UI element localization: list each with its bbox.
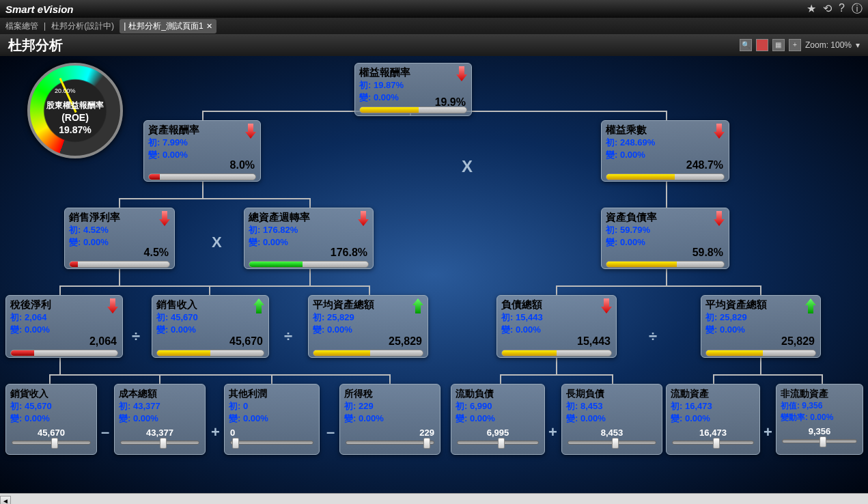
op-divide: ÷ — [649, 328, 657, 346]
op-divide: ÷ — [132, 328, 140, 346]
node-avgta[interactable]: 平均資產總額 初: 25,829 變: 0.00% 25,829 — [308, 295, 428, 358]
node-title: 負債總額 — [501, 298, 542, 311]
gauge-text: 股東權益報酬率 (ROE) 19.87% — [27, 100, 123, 136]
op-multiply: X — [212, 234, 222, 251]
node-title: 銷售收入 — [156, 298, 197, 311]
breadcrumb-tab-active[interactable]: | 杜邦分析_測試頁面1 ✕ — [120, 19, 216, 33]
op-minus: – — [101, 423, 109, 441]
node-title: 平均資產總額 — [313, 298, 374, 311]
horizontal-scrollbar[interactable]: ◄ — [0, 493, 868, 504]
slider[interactable] — [457, 440, 539, 445]
titlebar-icons: ★ ⟲ ? ⓘ — [807, 2, 863, 16]
node-title: 其他利潤 — [229, 388, 267, 400]
op-plus: + — [764, 423, 772, 441]
node-ni[interactable]: 稅後淨利 初: 2,064 變: 0.00% 2,064 — [5, 295, 123, 358]
breadcrumb-mid[interactable]: 杜邦分析(設計中) — [51, 20, 114, 32]
refresh-icon[interactable]: ⟲ — [823, 2, 832, 16]
help-icon[interactable]: ? — [839, 2, 845, 16]
close-icon[interactable]: ✕ — [206, 22, 212, 31]
node-title: 總資產週轉率 — [249, 211, 310, 224]
slider[interactable] — [568, 440, 656, 445]
export-icon[interactable] — [756, 39, 768, 51]
node-title: 稅後淨利 — [10, 298, 51, 311]
diagram-canvas: 20.00% 股東權益報酬率 (ROE) 19.87% X X ÷ ÷ ÷ – … — [0, 56, 868, 493]
node-title: 權益乘數 — [606, 124, 647, 137]
node-npm[interactable]: 銷售淨利率 初: 4.52% 變: 0.00% 4.5% — [64, 208, 175, 269]
zoom-label: Zoom: 100% — [805, 40, 852, 50]
gauge-tick: 20.00% — [55, 87, 76, 94]
doc-icon[interactable]: ▦ — [772, 39, 785, 51]
node-cl[interactable]: 流動負債 初: 6,990 變: 0.00% 6,995 — [451, 384, 545, 455]
node-oth[interactable]: 其他利潤 初: 0 變: 0.00% 0 — [224, 384, 320, 455]
op-plus: + — [548, 423, 557, 441]
node-roe[interactable]: 權益報酬率 初: 19.87% 變: 0.00% 19.9% — [354, 63, 472, 116]
node-roa[interactable]: 資產報酬率 初: 7.99% 變: 0.00% 8.0% — [143, 120, 261, 182]
slider[interactable] — [672, 440, 754, 445]
node-rev[interactable]: 銷售收入 初: 45,670 變: 0.00% 45,670 — [152, 295, 269, 358]
node-title: 所得稅 — [344, 388, 373, 400]
tab-label: 杜邦分析_測試頁面1 — [128, 20, 203, 32]
node-title: 平均資產總額 — [705, 298, 767, 311]
node-cost[interactable]: 成本總額 初: 43,377 變: 0.00% 43,377 — [114, 384, 206, 455]
node-title: 銷售淨利率 — [69, 211, 120, 224]
op-minus: – — [326, 423, 335, 441]
search-icon[interactable]: 🔍 — [740, 39, 752, 51]
slider[interactable] — [230, 440, 313, 445]
node-title: 資產報酬率 — [148, 124, 199, 137]
star-icon[interactable]: ★ — [807, 2, 816, 16]
node-title: 成本總額 — [119, 388, 157, 400]
breadcrumb-root[interactable]: 檔案總管 — [5, 20, 38, 32]
chevron-down-icon[interactable]: ▾ — [856, 40, 860, 50]
slider[interactable] — [782, 439, 857, 443]
node-tax[interactable]: 所得稅 初: 229 變: 0.00% 229 — [339, 384, 440, 455]
node-liab[interactable]: 負債總額 初: 15,443 變: 0.00% 15,443 — [496, 295, 617, 358]
node-avgta2[interactable]: 平均資產總額 初: 25,829 變: 0.00% 25,829 — [701, 295, 821, 358]
page-title: 杜邦分析 — [8, 36, 63, 55]
roe-gauge: 20.00% 股東權益報酬率 (ROE) 19.87% — [27, 63, 123, 158]
node-title: 權益報酬率 — [359, 66, 410, 79]
op-plus: + — [211, 423, 220, 441]
node-tat[interactable]: 總資產週轉率 初: 176.82% 變: 0.00% 176.8% — [244, 208, 374, 269]
node-nca[interactable]: 非流動資產 初值: 9,356 變動率: 0.00% 9,356 — [776, 384, 863, 455]
slider[interactable] — [12, 440, 91, 445]
zoom-plus-button[interactable]: + — [789, 39, 801, 51]
node-title: 長期負債 — [566, 388, 604, 400]
slider[interactable] — [346, 440, 434, 445]
node-srev[interactable]: 銷貨收入 初: 45,670 變: 0.00% 45,670 — [5, 384, 97, 455]
node-dr[interactable]: 資產負債率 初: 59.79% 變: 0.00% 59.8% — [601, 208, 729, 269]
node-title: 流動資產 — [671, 388, 709, 400]
slider[interactable] — [120, 440, 199, 445]
node-title: 銷貨收入 — [10, 388, 48, 400]
breadcrumb-bar: 檔案總管 | 杜邦分析(設計中) | 杜邦分析_測試頁面1 ✕ — [0, 18, 868, 34]
info-icon[interactable]: ⓘ — [852, 2, 863, 16]
node-ltl[interactable]: 長期負債 初: 8,453 變: 0.00% 8,453 — [561, 384, 662, 455]
title-bar: Smart eVision ★ ⟲ ? ⓘ — [0, 0, 868, 18]
op-divide: ÷ — [284, 328, 292, 346]
node-ca[interactable]: 流動資產 初: 16,473 變: 0.00% 16,473 — [666, 384, 760, 455]
node-title: 資產負債率 — [606, 211, 657, 224]
node-em[interactable]: 權益乘數 初: 248.69% 變: 0.00% 248.7% — [601, 120, 729, 182]
op-multiply: X — [462, 157, 473, 176]
scroll-left-icon[interactable]: ◄ — [0, 496, 11, 504]
app-title: Smart eVision — [5, 3, 73, 15]
node-title: 非流動資產 — [781, 388, 828, 400]
node-title: 流動負債 — [456, 388, 494, 400]
toolbar: 杜邦分析 🔍 ▦ + Zoom: 100% ▾ — [0, 34, 868, 56]
